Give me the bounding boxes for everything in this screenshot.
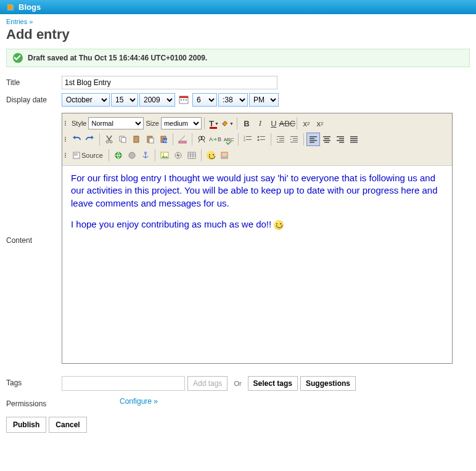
svg-rect-26 <box>260 139 265 140</box>
svg-point-5 <box>106 141 109 143</box>
svg-rect-2 <box>181 99 182 100</box>
svg-rect-34 <box>290 142 298 142</box>
svg-rect-43 <box>337 136 344 137</box>
tags-input[interactable] <box>62 376 185 391</box>
source-button[interactable]: Source <box>70 149 106 162</box>
flash-button[interactable] <box>171 149 185 162</box>
svg-rect-36 <box>310 138 314 139</box>
svg-rect-49 <box>350 140 358 141</box>
cut-button[interactable] <box>102 133 116 146</box>
align-right-button[interactable] <box>334 133 347 146</box>
svg-point-55 <box>129 152 135 158</box>
svg-rect-24 <box>260 136 265 137</box>
svg-rect-40 <box>324 138 329 139</box>
calendar-icon[interactable] <box>179 95 189 105</box>
svg-rect-27 <box>277 136 284 137</box>
alert-text: Draft saved at Thu Oct 15 16:44:46 UTC+0… <box>28 54 207 62</box>
bg-color-button[interactable]: ▼ <box>221 117 234 130</box>
remove-format-button[interactable] <box>176 133 189 146</box>
svg-point-23 <box>258 136 260 138</box>
svg-rect-44 <box>339 138 344 139</box>
check-icon <box>13 53 23 63</box>
indent-button[interactable] <box>287 133 301 146</box>
unlink-button[interactable] <box>125 149 139 162</box>
svg-rect-28 <box>279 138 284 139</box>
table-button[interactable] <box>185 149 199 162</box>
emoji-button[interactable] <box>204 149 218 162</box>
size-label: Size <box>146 120 158 127</box>
svg-rect-38 <box>310 142 314 143</box>
smiley-icon <box>274 220 284 230</box>
svg-rect-60 <box>188 152 195 158</box>
special-char-button[interactable] <box>218 149 231 162</box>
page-title: Add entry <box>6 27 470 43</box>
redo-button[interactable] <box>83 133 97 146</box>
month-select[interactable]: October <box>62 93 110 107</box>
strike-button[interactable]: ABC <box>281 117 294 130</box>
svg-rect-50 <box>350 142 358 143</box>
image-button[interactable] <box>158 149 171 162</box>
unordered-list-button[interactable] <box>255 133 268 146</box>
superscript-button[interactable]: x2 <box>313 117 327 130</box>
italic-button[interactable]: I <box>253 117 267 130</box>
svg-rect-22 <box>246 139 252 140</box>
svg-rect-31 <box>290 136 298 137</box>
select-tags-button[interactable]: Select tags <box>248 376 298 391</box>
publish-button[interactable]: Publish <box>6 417 46 433</box>
minute-select[interactable]: :38 <box>218 93 248 107</box>
svg-rect-33 <box>293 140 298 141</box>
toolbar-grip <box>65 153 68 158</box>
paste-button[interactable] <box>129 133 143 146</box>
align-left-button[interactable] <box>306 133 320 146</box>
hour-select[interactable]: 6 <box>192 93 217 107</box>
blogs-icon <box>6 3 15 12</box>
breadcrumb: Entries » <box>6 18 470 25</box>
title-input[interactable] <box>62 76 277 89</box>
undo-button[interactable] <box>70 133 83 146</box>
editor-paragraph: For our first blog entry I thought we wo… <box>71 172 443 210</box>
text-color-button[interactable]: T▼ <box>207 117 221 130</box>
toolbar-grip <box>65 137 68 142</box>
svg-rect-37 <box>310 140 317 141</box>
add-tags-button[interactable]: Add tags <box>187 376 228 391</box>
size-select[interactable]: medium <box>161 117 202 129</box>
svg-rect-52 <box>74 154 78 154</box>
svg-rect-8 <box>121 137 126 142</box>
svg-rect-29 <box>279 140 284 141</box>
day-select[interactable]: 15 <box>111 93 138 107</box>
svg-point-18 <box>201 136 205 140</box>
svg-rect-1 <box>179 96 188 98</box>
svg-rect-48 <box>350 138 358 139</box>
editor-toolbar: Style Normal Size medium T▼ ▼ B I U ABC … <box>62 113 452 166</box>
svg-rect-45 <box>337 140 344 141</box>
bold-button[interactable]: B <box>240 117 253 130</box>
ampm-select[interactable]: PM <box>249 93 279 107</box>
copy-button[interactable] <box>116 133 129 146</box>
or-text: Or <box>234 380 241 387</box>
anchor-button[interactable] <box>139 149 152 162</box>
year-select[interactable]: 2009 <box>139 93 175 107</box>
find-button[interactable] <box>195 133 208 146</box>
editor-content-area[interactable]: For our first blog entry I thought we wo… <box>62 166 452 363</box>
paste-text-button[interactable] <box>143 133 157 146</box>
cancel-button[interactable]: Cancel <box>49 417 86 433</box>
portlet-title: Blogs <box>18 2 41 12</box>
paste-word-button[interactable]: W <box>157 133 170 146</box>
align-justify-button[interactable] <box>347 133 361 146</box>
link-button[interactable] <box>112 149 125 162</box>
configure-link[interactable]: Configure » <box>120 397 158 406</box>
label-title: Title <box>6 76 62 87</box>
align-center-button[interactable] <box>320 133 334 146</box>
breadcrumb-entries[interactable]: Entries <box>6 18 27 25</box>
svg-rect-32 <box>293 138 298 139</box>
svg-rect-10 <box>135 136 137 137</box>
style-select[interactable]: Normal <box>88 117 144 129</box>
spellcheck-button[interactable]: ABC <box>222 133 236 146</box>
replace-button[interactable]: AB <box>208 133 222 146</box>
rich-text-editor: Style Normal Size medium T▼ ▼ B I U ABC … <box>62 113 453 364</box>
subscript-button[interactable]: x2 <box>300 117 313 130</box>
outdent-button[interactable] <box>274 133 287 146</box>
suggestions-button[interactable]: Suggestions <box>300 376 356 391</box>
ordered-list-button[interactable]: 12 <box>241 133 255 146</box>
svg-rect-62 <box>222 156 227 158</box>
